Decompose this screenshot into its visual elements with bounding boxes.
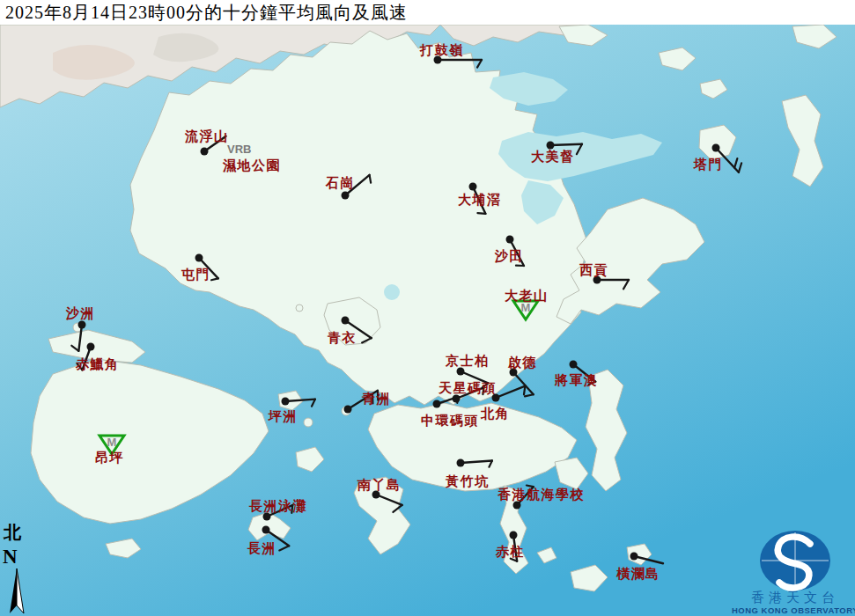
wind-map: 打鼓嶺流浮山VRB濕地公園石崗大美督塔門大埔滘沙田西貢M大老山屯門沙洲赤鱲角青衣…	[0, 0, 855, 616]
station-dot	[547, 142, 555, 150]
north-label-en: N	[3, 546, 18, 568]
station-label: 中環碼頭	[421, 414, 479, 428]
station-label: 打鼓嶺	[419, 43, 464, 57]
wind-barb-tick	[477, 213, 485, 214]
wind-barb-staff	[550, 144, 582, 145]
station-label: 流浮山	[184, 128, 229, 143]
station-label: 黃竹坑	[445, 474, 490, 488]
station-dot	[263, 513, 271, 521]
wind-map-page: 打鼓嶺流浮山VRB濕地公園石崗大美督塔門大埔滘沙田西貢M大老山屯門沙洲赤鱲角青衣…	[0, 0, 855, 616]
station-label: 塔門	[693, 158, 723, 172]
vrb-label: VRB	[227, 143, 251, 156]
station-dot	[457, 459, 465, 467]
station-label: 大老山	[505, 289, 549, 303]
station-dot	[570, 361, 578, 369]
station-dot	[510, 532, 518, 539]
station-label: 將軍澳	[554, 373, 599, 387]
station-dot	[492, 394, 500, 402]
station-dot	[344, 406, 352, 414]
station-label: 橫瀾島	[615, 567, 660, 581]
maintenance-letter: M	[521, 301, 531, 314]
station-label: 大埔滘	[458, 193, 502, 207]
station-label: 大美督	[531, 149, 575, 164]
wind-barb-tick	[457, 397, 458, 403]
wind-barb-tick	[370, 175, 372, 183]
station-label: 石崗	[325, 176, 355, 190]
hko-name-en: HONG KONG OBSERVATORY	[732, 605, 855, 615]
station-label: 沙田	[494, 249, 524, 263]
islet-kau-yi-chau	[304, 418, 313, 427]
wind-barb-tick	[524, 386, 525, 395]
station-label: 沙洲	[65, 306, 95, 320]
station-label: 北角	[480, 407, 510, 421]
station-dot	[195, 254, 203, 262]
station-label: 昂坪	[95, 451, 124, 465]
station-label: 啟德	[507, 356, 537, 370]
station-label: 長洲	[247, 541, 276, 555]
station-dot	[712, 144, 720, 152]
station-label: 坪洲	[268, 409, 298, 423]
station-label: 天星碼頭	[438, 381, 497, 395]
title-bar: 2025年8月14日23時00分的十分鐘平均風向及風速	[0, 0, 855, 25]
station-label: 赤鱲角	[75, 357, 120, 371]
station-dot	[506, 236, 514, 244]
station-dot	[342, 317, 350, 325]
north-label-zh: 北	[3, 523, 22, 542]
station-label: 屯門	[181, 268, 210, 282]
station-label: 西貢	[579, 263, 608, 278]
map-title: 2025年8月14日23時00分的十分鐘平均風向及風速	[0, 1, 408, 25]
station-label: 京士柏	[445, 354, 490, 368]
station-label: 青衣	[327, 330, 357, 345]
station-dot	[87, 343, 95, 351]
islet-ma-wan	[296, 304, 303, 312]
station-dot	[342, 192, 350, 200]
station-dot	[469, 183, 477, 191]
station-label: 赤柱	[495, 545, 525, 559]
maintenance-letter: M	[107, 436, 117, 449]
station-dot	[513, 502, 521, 510]
station-dot	[201, 148, 209, 156]
station-label: 青洲	[361, 392, 391, 406]
station-dot	[282, 398, 290, 406]
station-label: 南丫島	[357, 478, 402, 492]
station-dot	[630, 553, 638, 561]
station-dot	[457, 368, 465, 376]
station-label: 香港航海學校	[497, 487, 585, 502]
hko-name-zh: 香港天文台	[751, 590, 839, 605]
water-shing-mun	[384, 284, 400, 300]
station-dot	[78, 321, 86, 329]
station-dot	[433, 400, 441, 408]
station-label: 長洲泳灘	[248, 498, 307, 513]
station-dot	[262, 526, 270, 534]
station-label: 濕地公園	[222, 158, 281, 172]
